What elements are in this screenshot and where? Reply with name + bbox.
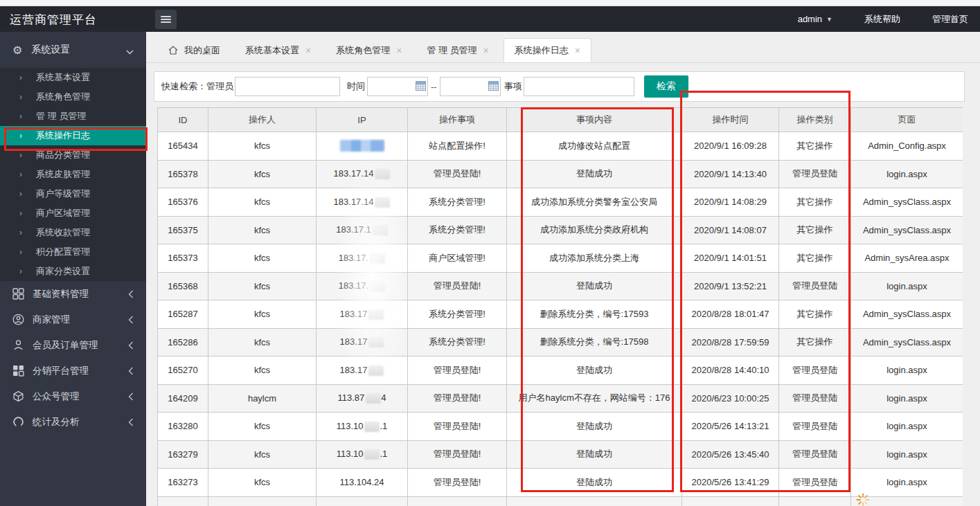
link-admin-home[interactable]: 管理首页: [932, 13, 968, 26]
cell-time: 2020/8/28 18:01:47: [682, 300, 779, 329]
calendar-icon[interactable]: [416, 81, 426, 91]
tab-active[interactable]: 系统操作日志×: [504, 38, 591, 62]
cell-page: login.aspx: [851, 469, 963, 497]
sidebar-group-item[interactable]: 公众号管理: [0, 383, 146, 409]
sidebar-group-item[interactable]: 分销平台管理: [0, 358, 146, 383]
cell-id: 165376: [158, 188, 208, 217]
chevron-right-icon: ›: [19, 111, 36, 121]
col-ip: IP: [317, 108, 408, 132]
col-operator: 操作人: [208, 108, 317, 132]
redacted-ip-block: [375, 169, 390, 179]
chevron-left-icon: [128, 316, 134, 326]
item-search-input[interactable]: [524, 77, 634, 96]
cell-ip: 183.17.: [317, 272, 408, 300]
cell-time: 2020/9/1 14:01:51: [682, 244, 779, 273]
sidebar-group-label: 公众号管理: [33, 390, 80, 403]
chevron-left-icon: [128, 341, 134, 352]
cell-id: 165287: [158, 300, 208, 329]
sidebar-section-system-settings[interactable]: ⚙ 系统设置: [0, 32, 146, 68]
sidebar-item-active[interactable]: ›系统操作日志: [0, 126, 146, 145]
tab-item[interactable]: 系统基本设置×: [235, 38, 321, 62]
donut-icon: [12, 416, 24, 428]
sidebar-item-submenu[interactable]: ›商家分类设置: [0, 262, 146, 281]
cell-operator: kfcs: [208, 440, 317, 469]
cell-ip: 113.104.24: [317, 469, 408, 497]
table-row: 163279kfcs113.10.1管理员登陆!登陆成功2020/5/26 13…: [158, 440, 963, 469]
cell-ip: 113.874: [317, 384, 408, 413]
cell-operator: kfcs: [208, 132, 317, 161]
cell-empty: [208, 496, 317, 506]
link-system-help[interactable]: 系统帮助: [864, 13, 900, 26]
admin-field-label: 管理员: [206, 80, 233, 93]
cell-empty: [158, 496, 208, 506]
table-row: 165378kfcs183.17.14管理员登陆!登陆成功2020/9/1 14…: [158, 160, 963, 188]
sidebar-item-submenu[interactable]: ›系统皮肤管理: [0, 165, 146, 184]
sidebar-item-submenu[interactable]: ›管 理 员管理: [0, 107, 146, 126]
sidebar-group-item[interactable]: 商家管理: [0, 307, 146, 332]
sidebar-item-submenu[interactable]: ›系统收款管理: [0, 223, 146, 242]
sidebar-toggle-button[interactable]: [155, 10, 177, 29]
sidebar-item-label: 系统操作日志: [36, 129, 90, 142]
app-header: 运营商管理平台 admin ▼ 系统帮助 管理首页: [0, 6, 980, 32]
sidebar-item-submenu[interactable]: ›商户等级管理: [0, 184, 146, 204]
cell-page: login.aspx: [851, 440, 963, 469]
close-icon[interactable]: ×: [305, 46, 311, 55]
calendar-icon[interactable]: [488, 81, 499, 91]
sidebar-group-item[interactable]: 会员及订单管理: [0, 332, 146, 358]
cell-id: 165373: [158, 244, 208, 273]
search-panel: 快速检索： 管理员 时间 -- 事项 检索: [154, 71, 965, 102]
cell-page: Admin_sysArea.aspx: [851, 244, 963, 273]
sidebar-item-label: 商品分类管理: [36, 149, 90, 161]
close-icon[interactable]: ×: [396, 46, 402, 55]
user-menu[interactable]: admin ▼: [798, 14, 832, 24]
cell-empty: [408, 496, 507, 506]
sidebar-group-item[interactable]: 基础资料管理: [0, 281, 146, 307]
sidebar-item-submenu[interactable]: ›商品分类管理: [0, 145, 146, 165]
sidebar-item-label: 系统皮肤管理: [36, 168, 90, 181]
close-icon[interactable]: ×: [575, 46, 580, 55]
cell-action: 商户区域管理!: [408, 244, 507, 273]
person-icon: [12, 339, 24, 351]
sidebar-item-submenu[interactable]: ›系统角色管理: [0, 87, 146, 107]
sidebar-item-submenu[interactable]: ›系统基本设置: [0, 68, 146, 87]
admin-search-input[interactable]: [235, 77, 340, 96]
redacted-ip-block: [373, 225, 388, 235]
close-icon[interactable]: ×: [483, 46, 489, 55]
cell-operator: kfcs: [208, 244, 317, 273]
table-row-partial: [158, 496, 963, 506]
cell-ip: 183.17: [317, 300, 408, 329]
cell-operator: haylcm: [208, 384, 317, 413]
sidebar-item-submenu[interactable]: ›积分配置管理: [0, 242, 146, 262]
home-icon: [168, 46, 178, 55]
sidebar-item-label: 积分配置管理: [36, 246, 90, 258]
tab-label: 系统基本设置: [245, 44, 299, 57]
cell-ip: 113.10.1: [317, 413, 408, 441]
cell-action: 管理员登陆!: [408, 469, 507, 497]
sidebar-submenu: ›系统基本设置›系统角色管理›管 理 员管理›系统操作日志›商品分类管理›系统皮…: [0, 68, 146, 281]
sidebar-group-item[interactable]: 统计及分析: [0, 409, 146, 435]
redacted-ip-block: [364, 449, 380, 460]
cell-operator: kfcs: [208, 469, 317, 497]
redacted-ip-block: [340, 140, 384, 152]
chevron-right-icon: ›: [19, 150, 36, 160]
cell-content: 成功修改站点配置: [507, 132, 682, 161]
tab-item[interactable]: 管 理 员管理×: [416, 38, 499, 62]
cell-page: login.aspx: [851, 272, 963, 300]
quick-search-label: 快速检索：: [161, 80, 206, 93]
cell-content: 成功添加系统分类政府机构: [507, 216, 682, 244]
cell-category: 其它操作: [779, 300, 851, 329]
cell-content: 登陆成功: [507, 272, 682, 300]
operator-admin-platform: { "colors": { "accent": "#009688", "anno…: [0, 0, 980, 506]
tab-item[interactable]: 我的桌面: [158, 38, 231, 62]
redacted-ip-block: [364, 422, 380, 432]
user-name: admin: [798, 14, 822, 24]
cell-operator: kfcs: [208, 272, 317, 300]
sidebar-item-submenu[interactable]: ›商户区域管理: [0, 204, 146, 223]
cell-category: 其它操作: [779, 216, 851, 244]
cell-id: 165378: [158, 160, 208, 188]
chevron-right-icon: ›: [19, 73, 36, 82]
cell-id: 163273: [158, 469, 208, 497]
search-button[interactable]: 检索: [644, 75, 688, 98]
tab-item[interactable]: 系统角色管理×: [326, 38, 412, 62]
cell-page: Admin_sysClass.aspx: [851, 300, 963, 329]
